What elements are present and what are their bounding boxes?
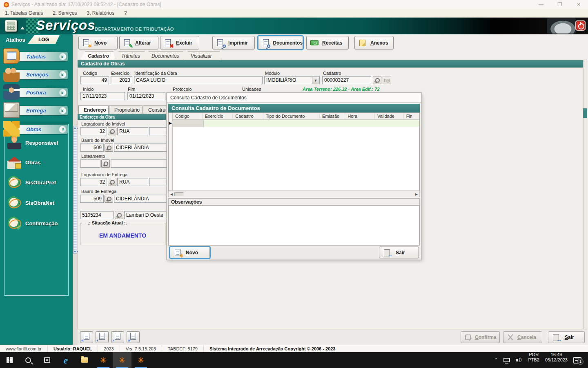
modulo-select[interactable]: IMOBILIÁRIO ▼: [264, 76, 320, 84]
col-validade[interactable]: Validade: [375, 113, 404, 119]
internet-explorer-button[interactable]: e: [56, 352, 75, 368]
app-window-1-button[interactable]: ✳: [94, 352, 113, 368]
col-cadastro[interactable]: Cadastro: [233, 113, 263, 119]
cidade-name[interactable]: Lambari D Oeste: [124, 211, 167, 219]
footer-sair-button[interactable]: Sair: [548, 331, 585, 343]
col-tipo-documento[interactable]: Tipo do Documento: [263, 113, 320, 119]
scroll-right-icon[interactable]: ▶: [413, 192, 419, 196]
dialog-sair-button[interactable]: Sair: [379, 247, 419, 258]
logradouro-entrega-code[interactable]: 32: [80, 178, 107, 186]
notification-center-button[interactable]: 1: [570, 352, 588, 368]
next-record-button[interactable]: ›: [111, 331, 124, 343]
scroll-thumb[interactable]: [174, 192, 183, 196]
sidebar-item-responsavel[interactable]: Responsável: [7, 136, 65, 150]
alterar-button[interactable]: ✎ Alterar: [119, 36, 158, 49]
sidebar-group-entrega[interactable]: Entrega »: [9, 106, 68, 115]
language-indicator[interactable]: PORPTB2: [525, 352, 542, 368]
novo-button[interactable]: ✶ Novo: [78, 36, 118, 49]
imprimir-button[interactable]: Imprimir: [212, 36, 255, 49]
chevron-down-icon[interactable]: »: [59, 71, 66, 78]
cidade-code[interactable]: 5105234: [80, 211, 114, 219]
menu-relatorios[interactable]: 3. Relatórios: [82, 10, 119, 16]
dropdown-arrow-icon[interactable]: ▼: [312, 77, 319, 84]
last-record-button[interactable]: »: [127, 331, 140, 343]
tray-chevron-icon[interactable]: ⌃: [491, 352, 501, 368]
documentos-button[interactable]: Documentos: [258, 36, 303, 49]
tab-endereco[interactable]: Endereço: [78, 105, 109, 114]
sidebar-item-confirmacao[interactable]: Confirmação: [7, 216, 65, 230]
fim-field[interactable]: 01/12/2023: [127, 92, 165, 100]
app-window-2-button[interactable]: ✳: [113, 352, 131, 368]
tab-documentos[interactable]: Documentos: [144, 52, 185, 60]
logradouro-imovel-code[interactable]: 32: [80, 127, 107, 135]
logradouro-entrega-name[interactable]: [149, 178, 167, 186]
volume-icon[interactable]: [513, 352, 525, 368]
search-icon[interactable]: [101, 159, 110, 168]
tab-proprietario[interactable]: Proprietário: [109, 105, 143, 114]
photo-icon[interactable]: [383, 76, 391, 84]
observacoes-textarea[interactable]: [168, 206, 420, 245]
maximize-icon[interactable]: ❐: [550, 0, 569, 9]
sidebar-group-tabelas[interactable]: Tabelas »: [9, 52, 68, 61]
search-icon[interactable]: [108, 127, 116, 135]
start-button[interactable]: [0, 352, 19, 368]
documents-grid[interactable]: ▶ Código Exercício Cadastro Tipo do Docu…: [168, 112, 420, 191]
logradouro-imovel-name[interactable]: [149, 127, 167, 135]
tab-cadastro[interactable]: Cadastro: [80, 52, 115, 60]
confirma-button[interactable]: Confirma: [461, 331, 500, 343]
col-emissao[interactable]: Emissão: [320, 113, 345, 119]
task-view-button[interactable]: [38, 352, 56, 368]
first-record-button[interactable]: «: [80, 331, 93, 343]
app-window-3-button[interactable]: ✳: [131, 352, 150, 368]
tab-tramites[interactable]: Trâmites: [114, 52, 146, 60]
close-icon[interactable]: ✕: [569, 0, 588, 9]
chevron-down-icon[interactable]: »: [59, 89, 66, 96]
bairro-entrega-code[interactable]: 509: [80, 195, 104, 203]
receitas-button[interactable]: Receitas: [306, 36, 349, 49]
scroll-left-icon[interactable]: ◀: [169, 192, 175, 196]
menu-help[interactable]: ?: [119, 10, 132, 16]
codigo-field[interactable]: 49: [80, 76, 109, 84]
sidebar-group-obras[interactable]: Obras »: [9, 125, 68, 134]
exercicio-field[interactable]: 2023: [111, 76, 132, 84]
menu-tabelas-gerais[interactable]: 1. Tabelas Gerais: [0, 10, 48, 16]
anexos-button[interactable]: Anexos: [354, 36, 394, 49]
table-row[interactable]: [173, 120, 419, 127]
cadastro-field[interactable]: 000003227: [322, 76, 371, 84]
search-icon[interactable]: [105, 144, 113, 152]
search-icon[interactable]: [373, 76, 381, 84]
network-icon[interactable]: [501, 352, 513, 368]
dialog-novo-button[interactable]: ✶ Novo: [170, 247, 210, 258]
inicio-field[interactable]: 17/11/2023: [80, 92, 125, 100]
search-icon[interactable]: [115, 211, 123, 219]
chevron-down-icon[interactable]: »: [59, 107, 66, 114]
sidebar-item-sisobrapref[interactable]: SisObraPref: [7, 175, 65, 189]
identificacao-field[interactable]: CASA LUCIO: [134, 76, 263, 84]
horizontal-scrollbar[interactable]: ◀ ▶: [168, 191, 420, 197]
col-codigo[interactable]: Código: [173, 113, 203, 119]
file-explorer-button[interactable]: [75, 352, 94, 368]
bairro-imovel-name[interactable]: CIDERLÂNDIA: [114, 144, 167, 152]
sidebar-group-postura[interactable]: Postura »: [9, 88, 68, 97]
bairro-entrega-name[interactable]: CIDERLÂNDIA: [114, 195, 167, 203]
minimize-icon[interactable]: —: [532, 0, 550, 9]
tab-visualizar[interactable]: Visualizar: [183, 52, 221, 60]
loteamento-name[interactable]: [111, 159, 167, 168]
dialog-titlebar[interactable]: Consulta Cadastro de Documentos: [167, 93, 421, 103]
prev-record-button[interactable]: ‹: [96, 331, 109, 343]
logradouro-imovel-type[interactable]: RUA: [117, 127, 148, 135]
taskbar-search-button[interactable]: [19, 352, 38, 368]
excluir-button[interactable]: ✖ Excluir: [160, 36, 199, 49]
chevron-up-icon[interactable]: »: [59, 126, 66, 133]
search-icon[interactable]: [105, 195, 113, 203]
cancela-button[interactable]: Cancela: [503, 331, 542, 343]
col-fin[interactable]: Fin: [404, 113, 419, 119]
logradouro-entrega-type[interactable]: RUA: [117, 178, 148, 186]
col-hora[interactable]: Hora: [345, 113, 375, 119]
sidebar-item-sisobranet[interactable]: SisObraNet: [7, 196, 65, 210]
power-icon[interactable]: [575, 20, 586, 31]
loteamento-code[interactable]: [80, 159, 100, 168]
sidebar-item-obras[interactable]: Obras: [7, 155, 65, 169]
right-scrollbar[interactable]: [583, 60, 587, 329]
search-icon[interactable]: [108, 178, 116, 186]
